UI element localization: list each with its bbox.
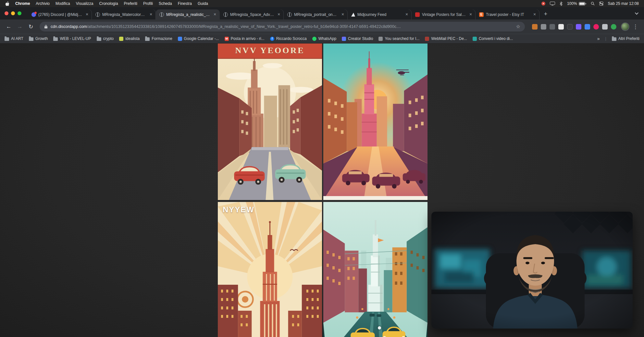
- fullscreen-window-button[interactable]: [18, 11, 21, 15]
- tab-close-icon[interactable]: ×: [404, 12, 409, 17]
- poster-banner-title: NVV YEOORE: [218, 46, 322, 56]
- extension-icon[interactable]: [550, 24, 555, 30]
- extension-icon[interactable]: [593, 24, 599, 30]
- battery-status[interactable]: 100%: [567, 1, 586, 6]
- bookmark-label: Creator Studio: [348, 36, 373, 41]
- extension-icon[interactable]: [585, 24, 590, 30]
- tab-watercolor[interactable]: MRregista_Watercolor_Pa... ×: [92, 9, 156, 19]
- recording-indicator-icon[interactable]: [541, 2, 545, 6]
- control-center-icon[interactable]: [599, 2, 603, 6]
- facebook-icon: f: [270, 37, 274, 41]
- extension-icon[interactable]: [576, 24, 581, 30]
- globe-favicon: [159, 12, 164, 17]
- bookmark-label: Growth: [35, 36, 48, 41]
- back-button[interactable]: ←: [4, 23, 14, 30]
- bookmark-label: Converti i video di...: [479, 36, 513, 41]
- bookmark-crypto[interactable]: crypto: [97, 36, 114, 41]
- tab-close-icon[interactable]: ×: [468, 12, 473, 17]
- bookmark-label: WebMail PEC - De...: [431, 36, 467, 41]
- menu-cronologia[interactable]: Cronologia: [99, 1, 118, 6]
- menu-archivio[interactable]: Archivio: [36, 1, 50, 6]
- bookmark-ai-art[interactable]: AI ART: [5, 36, 23, 41]
- creator-studio-icon: [342, 37, 346, 41]
- discord-favicon: [31, 12, 36, 17]
- bookmark-star-icon[interactable]: ☆: [516, 24, 520, 30]
- browser-toolbar: ← → ↻ cdn.discordapp.com/attachments/101…: [0, 19, 644, 34]
- tab-close-icon[interactable]: ×: [148, 12, 154, 17]
- extension-icon[interactable]: [611, 24, 616, 30]
- whatsapp-icon: [312, 37, 316, 41]
- reload-button[interactable]: ↻: [26, 23, 36, 30]
- menu-visualizza[interactable]: Visualizza: [76, 1, 93, 6]
- menu-modifica[interactable]: Modifica: [56, 1, 70, 6]
- bookmarks-overflow-icon[interactable]: »: [597, 36, 600, 41]
- tab-search-button[interactable]: [632, 12, 641, 15]
- bookmark-gmail-inbox[interactable]: MPosta in arrivo - ri...: [225, 36, 265, 41]
- tab-label: MRregista_Watercolor_Pa...: [102, 12, 146, 17]
- bookmark-webmail-pec[interactable]: WebMail PEC - De...: [425, 36, 467, 41]
- tab-discord[interactable]: (2765) Discord | @Midjou ×: [28, 9, 92, 19]
- url-path: /attachments/1013512335442333816/1089142…: [87, 24, 401, 29]
- bookmark-facebook-profile[interactable]: fRiccardo Scrocca: [270, 36, 307, 41]
- tab-close-icon[interactable]: ×: [84, 12, 90, 17]
- menu-chrome[interactable]: Chrome: [15, 1, 30, 6]
- close-window-button[interactable]: [5, 11, 8, 15]
- tab-close-icon[interactable]: ×: [340, 12, 345, 17]
- extension-icon[interactable]: [532, 24, 538, 30]
- bookmark-web-level-up[interactable]: WEB - LEVEL-UP: [53, 36, 91, 41]
- bookmark-label: AI ART: [11, 36, 23, 41]
- bookmark-you-searched[interactable]: You searched for I...: [378, 36, 419, 41]
- chrome-menu-button[interactable]: ⋮: [631, 23, 640, 30]
- bookmark-growth[interactable]: Growth: [29, 36, 48, 41]
- poster-nyc-sunburst: NYYEW: [218, 202, 322, 337]
- tab-space-adventure[interactable]: MRregista_Space_Advent... ×: [220, 9, 284, 19]
- tab-close-icon[interactable]: ×: [276, 12, 281, 17]
- tab-close-icon[interactable]: ×: [212, 12, 217, 17]
- tab-etsy[interactable]: E Travel poster - Etsy IT ×: [476, 9, 539, 19]
- bookmark-altri-preferiti[interactable]: Altri Preferiti: [612, 36, 639, 41]
- battery-percent-label: 100%: [567, 1, 577, 6]
- tab-midjourney-feed[interactable]: Midjourney Feed ×: [348, 9, 412, 19]
- bookmark-idealista[interactable]: idealista: [119, 36, 140, 41]
- new-tab-button[interactable]: +: [541, 10, 550, 18]
- bookmark-whatsapp[interactable]: WhatsApp: [312, 36, 336, 41]
- tab-vintage-posters[interactable]: Vintage Posters for Sale |... ×: [412, 9, 476, 19]
- globe-favicon: [95, 12, 100, 17]
- poster-nyc-retro-cream: NVV YEOORE: [218, 44, 322, 200]
- tab-label: Travel poster - Etsy IT: [486, 12, 530, 17]
- tab-realistic-view-active[interactable]: MRregista_a_realistic_vie... ×: [156, 9, 220, 19]
- menu-finestra[interactable]: Finestra: [178, 1, 192, 6]
- extension-icon[interactable]: [558, 24, 564, 30]
- menu-clock[interactable]: Sab 25 mar 12:08: [608, 1, 639, 6]
- forward-button[interactable]: →: [15, 23, 25, 30]
- display-mirroring-icon[interactable]: [550, 2, 555, 6]
- menu-preferiti[interactable]: Preferiti: [124, 1, 137, 6]
- spotlight-icon[interactable]: [591, 2, 595, 6]
- address-bar[interactable]: cdn.discordapp.com/attachments/101351233…: [40, 22, 525, 31]
- profile-avatar[interactable]: [621, 22, 629, 31]
- bookmark-label: WhatsApp: [318, 36, 336, 41]
- extension-icon[interactable]: [567, 24, 573, 30]
- tab-close-icon[interactable]: ×: [532, 12, 537, 17]
- globe-favicon: [223, 12, 228, 17]
- minimize-window-button[interactable]: [11, 11, 15, 15]
- bookmark-label: WEB - LEVEL-UP: [60, 36, 91, 41]
- menu-profili[interactable]: Profili: [143, 1, 153, 6]
- bluetooth-icon[interactable]: [560, 2, 563, 6]
- menu-guida[interactable]: Guida: [198, 1, 208, 6]
- bookmark-google-calendar[interactable]: Google Calendar -...: [178, 36, 219, 41]
- bookmark-formazione[interactable]: Formazione: [145, 36, 172, 41]
- gmail-icon: M: [225, 37, 229, 41]
- folder-icon: [97, 37, 101, 41]
- bookmarks-divider: |: [605, 36, 606, 41]
- bookmark-creator-studio[interactable]: Creator Studio: [342, 36, 373, 41]
- page-content: NVV YEOORE: [0, 44, 644, 337]
- tab-portrait[interactable]: MRregista_portrait_on_a... ×: [284, 9, 348, 19]
- bookmark-converti-video[interactable]: Converti i video di...: [473, 36, 513, 41]
- apple-icon[interactable]: [5, 1, 9, 6]
- bookmark-label: You searched for I...: [385, 36, 419, 41]
- webmail-icon: [425, 37, 429, 41]
- extension-icon[interactable]: [602, 24, 608, 30]
- extension-icon[interactable]: [541, 24, 546, 30]
- menu-scheda[interactable]: Scheda: [159, 1, 172, 6]
